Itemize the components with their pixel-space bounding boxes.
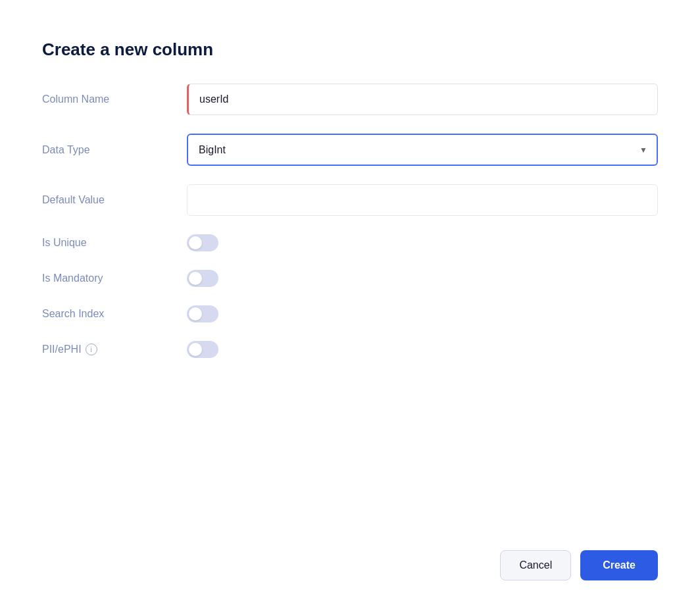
data-type-select[interactable]: BigInt Varchar Int Boolean DateTime Floa… [187,134,658,166]
pii-ephi-label: PII/ePHI i [42,344,187,355]
default-value-input[interactable] [187,184,658,216]
is-unique-thumb [189,236,202,249]
is-unique-toggle[interactable] [187,234,218,251]
cancel-button[interactable]: Cancel [500,550,571,580]
default-value-control [187,184,658,216]
column-name-row: Column Name [42,84,658,115]
search-index-row: Search Index [42,305,658,322]
is-mandatory-row: Is Mandatory [42,270,658,287]
is-unique-track [187,234,218,251]
search-index-label: Search Index [42,308,187,320]
create-button[interactable]: Create [580,550,658,580]
is-mandatory-toggle[interactable] [187,270,218,287]
info-icon[interactable]: i [86,344,97,355]
is-mandatory-track [187,270,218,287]
pii-ephi-track [187,341,218,358]
pii-ephi-toggle[interactable] [187,341,218,358]
default-value-row: Default Value [42,184,658,216]
is-mandatory-label: Is Mandatory [42,272,187,284]
button-row: Cancel Create [42,544,658,580]
search-index-toggle[interactable] [187,305,218,322]
pii-ephi-row: PII/ePHI i [42,341,658,358]
data-type-control: BigInt Varchar Int Boolean DateTime Floa… [187,134,658,166]
search-index-track [187,305,218,322]
create-column-dialog: Create a new column Column Name Data Typ… [13,13,687,591]
default-value-label: Default Value [42,194,187,206]
data-type-row: Data Type BigInt Varchar Int Boolean Dat… [42,134,658,166]
pii-ephi-thumb [189,343,202,356]
column-name-input[interactable] [187,84,658,115]
is-unique-row: Is Unique [42,234,658,251]
data-type-wrapper: BigInt Varchar Int Boolean DateTime Floa… [187,134,658,166]
search-index-thumb [189,307,202,321]
dialog-title: Create a new column [42,39,658,60]
data-type-label: Data Type [42,144,187,156]
column-name-control [187,84,658,115]
column-name-label: Column Name [42,93,187,105]
is-mandatory-thumb [189,272,202,285]
is-unique-label: Is Unique [42,237,187,249]
